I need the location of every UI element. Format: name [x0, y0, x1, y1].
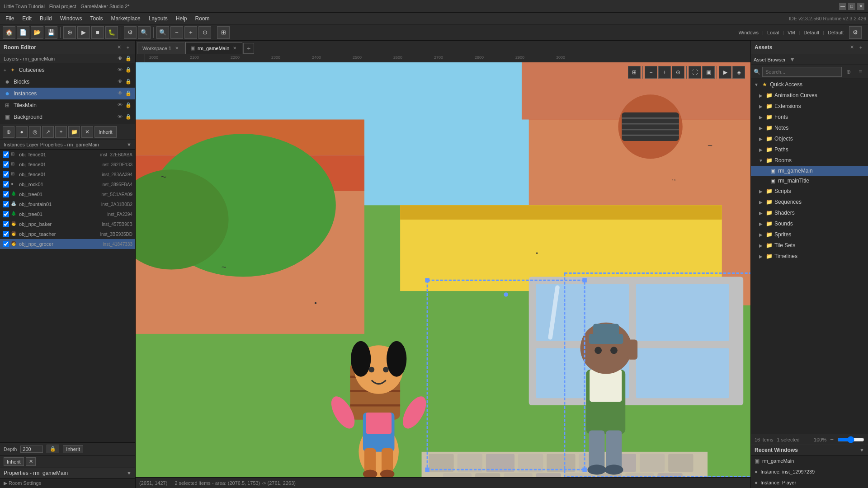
tab-rm-close[interactable]: ✕ [232, 46, 237, 51]
transform-btn[interactable]: ↗ [42, 126, 54, 138]
tree-fonts[interactable]: ▶ 📁 Fonts [751, 112, 868, 122]
tree-tile-sets[interactable]: ▶ 📁 Tile Sets [751, 240, 868, 251]
instance-item[interactable]: 🌲 obj_tree01 inst_5C1AEA09 [0, 189, 135, 199]
instance-item[interactable]: 👩 obj_npc_teacher inst_3BE935DD [0, 229, 135, 239]
canvas-zoom-1to1[interactable]: ⊙ [672, 66, 684, 79]
layers-lock-icon[interactable]: 🔒 [125, 56, 132, 61]
tree-notes[interactable]: ▶ 📁 Notes [751, 122, 868, 133]
tree-rm-maintitle[interactable]: ▣ rm_mainTitle [751, 176, 868, 186]
menu-edit[interactable]: Edit [19, 14, 35, 23]
zoom-controls[interactable]: 🔍 [156, 26, 169, 39]
inst-check-6[interactable] [3, 201, 9, 207]
tree-sequences[interactable]: ▶ 📁 Sequences [751, 197, 868, 207]
instance-item[interactable]: ⊞ obj_fence01 inst_283AA394 [0, 169, 135, 179]
canvas-play[interactable]: ▶ [719, 66, 731, 79]
timelines-expand[interactable]: ▶ [758, 253, 764, 259]
canvas-area[interactable]: ⊞ − + ⊙ ⛶ ▣ ▶ ◈ [136, 62, 750, 477]
conn-settings-button[interactable]: ⚙ [849, 26, 862, 39]
save-button[interactable]: 💾 [45, 26, 57, 39]
canvas-zoom-in[interactable]: + [658, 66, 671, 79]
scripts-expand[interactable]: ▶ [758, 188, 764, 194]
add-tab-btn[interactable]: + [243, 43, 254, 54]
stop-button[interactable]: ■ [91, 26, 104, 39]
instances-eye[interactable]: 👁 [118, 90, 124, 97]
instances-panel-collapse[interactable]: ▼ [127, 142, 132, 147]
zoom-fit-main[interactable]: ⊙ [198, 26, 211, 39]
conn-local[interactable]: Local [767, 30, 779, 35]
select-tool[interactable]: ⊕ [63, 26, 76, 39]
menu-tools[interactable]: Tools [86, 14, 106, 23]
sounds-expand[interactable]: ▶ [758, 221, 764, 226]
blocks-eye[interactable]: 👁 [118, 79, 124, 85]
asset-browser-collapse[interactable]: ▼ [789, 56, 795, 63]
blocks-lock[interactable]: 🔒 [125, 79, 132, 85]
background-lock[interactable]: 🔒 [125, 114, 132, 120]
inst-check-2[interactable] [3, 161, 9, 168]
inst-check-10[interactable] [3, 241, 9, 247]
tree-paths[interactable]: ▶ 📁 Paths [751, 144, 868, 155]
tree-objects[interactable]: ▶ 📁 Objects [751, 133, 868, 144]
debug-button[interactable]: 🐛 [105, 26, 118, 39]
inherit-btn-sm[interactable]: Inherit [4, 457, 24, 466]
conn-vm[interactable]: VM [788, 30, 795, 35]
zoom-slider[interactable] [837, 436, 864, 443]
canvas-zoom-out[interactable]: − [645, 66, 657, 79]
assets-add[interactable]: + [857, 44, 864, 51]
canvas-room-size[interactable]: ▣ [702, 66, 715, 79]
layer-cutscenes[interactable]: + ✦ Cutscenes 👁 🔒 [0, 64, 135, 76]
depth-lock-btn[interactable]: 🔒 [47, 445, 59, 453]
tree-rooms[interactable]: ▼ 📁 Rooms [751, 155, 868, 166]
search-toolbar-button[interactable]: 🔍 [138, 26, 151, 39]
menu-help[interactable]: Help [172, 14, 191, 23]
room-editor-close[interactable]: ✕ [115, 44, 123, 51]
layer-background[interactable]: ▣ Background 👁 🔒 [0, 111, 135, 123]
notes-expand[interactable]: ▶ [758, 125, 764, 131]
extensions-expand[interactable]: ▶ [758, 103, 764, 109]
depth-input[interactable]: 200 [20, 446, 43, 453]
instances-lock[interactable]: 🔒 [125, 90, 132, 97]
maximize-button[interactable]: □ [848, 3, 855, 10]
recent-windows-collapse[interactable]: ▼ [859, 447, 864, 453]
settings-button[interactable]: ⚙ [124, 26, 137, 39]
zoom-out-main[interactable]: − [170, 26, 183, 39]
tree-shaders[interactable]: ▶ 📁 Shaders [751, 207, 868, 218]
home-button[interactable]: 🏠 [3, 26, 15, 39]
recent-windows-header[interactable]: Recent Windows ▼ [751, 445, 868, 455]
inst-check-5[interactable] [3, 191, 9, 197]
layers-visibility-icon[interactable]: 👁 [118, 56, 123, 61]
open-button[interactable]: 📂 [31, 26, 43, 39]
rooms-expand[interactable]: ▼ [758, 158, 764, 163]
tab-workspace1[interactable]: Workspace 1 ✕ [137, 42, 184, 54]
room-settings-item[interactable]: ▶ Room Settings [0, 479, 135, 488]
tree-quick-access[interactable]: ▼ ★ Quick Access [751, 79, 868, 90]
inherit-room-btn[interactable]: Inherit [94, 126, 117, 138]
menu-room[interactable]: Room [192, 14, 213, 23]
props-collapse[interactable]: ▼ [127, 470, 132, 476]
filter-btn[interactable]: ⊕ [844, 67, 854, 77]
search-input[interactable] [762, 67, 842, 77]
recent-item-inst-player[interactable]: ● Instance: inst_12997239 [751, 466, 868, 477]
tree-sprites[interactable]: ▶ 📁 Sprites [751, 229, 868, 240]
menu-build[interactable]: Build [36, 14, 56, 23]
assets-close[interactable]: ✕ [848, 44, 855, 51]
inst-check-8[interactable] [3, 221, 9, 227]
canvas-extra[interactable]: ◈ [732, 66, 745, 79]
minimize-button[interactable]: — [839, 3, 846, 10]
tilesmain-eye[interactable]: 👁 [118, 102, 124, 108]
inst-check-7[interactable] [3, 211, 9, 217]
paths-expand[interactable]: ▶ [758, 147, 764, 152]
room-editor-add[interactable]: + [124, 44, 132, 51]
sort-btn[interactable]: ≡ [855, 67, 865, 77]
recent-item-rm-gamemain[interactable]: ▣ rm_gameMain [751, 455, 868, 466]
tree-scripts[interactable]: ▶ 📁 Scripts [751, 186, 868, 197]
delete-btn[interactable]: ✕ [81, 126, 93, 138]
inst-check-4[interactable] [3, 181, 9, 188]
layer-blocks[interactable]: ● Blocks 👁 🔒 [0, 76, 135, 88]
sequences-expand[interactable]: ▶ [758, 199, 764, 205]
objects-expand[interactable]: ▶ [758, 136, 764, 141]
conn-default2[interactable]: Default [828, 30, 844, 35]
tilesmain-lock[interactable]: 🔒 [125, 102, 132, 108]
conn-windows[interactable]: Windows [738, 30, 759, 35]
layer-tilesmain[interactable]: ⊞ TilesMain 👁 🔒 [0, 99, 135, 111]
tab-rm-gamemain[interactable]: ▣ rm_gameMain ✕ [185, 42, 242, 54]
